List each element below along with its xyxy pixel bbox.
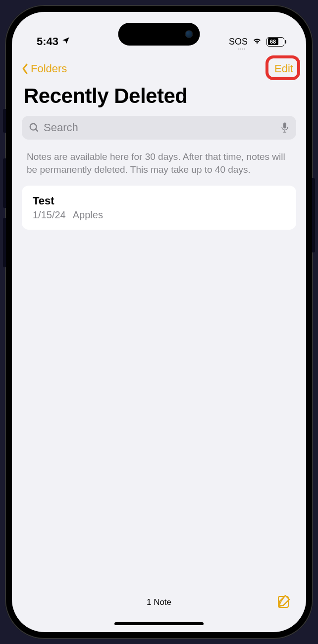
- note-date: 1/15/24: [33, 209, 66, 221]
- volume-up-button: [3, 158, 6, 208]
- home-indicator[interactable]: [114, 622, 204, 625]
- search-input[interactable]: [44, 121, 276, 134]
- svg-line-1: [36, 129, 38, 132]
- silent-switch: [3, 109, 6, 133]
- note-preview: Apples: [73, 209, 103, 221]
- time-label: 5:43: [37, 35, 58, 48]
- page-title: Recently Deleted: [12, 82, 306, 116]
- status-left: 5:43: [37, 35, 70, 48]
- back-label: Folders: [31, 62, 67, 75]
- mic-icon[interactable]: [280, 122, 289, 134]
- dynamic-island: [118, 23, 200, 46]
- svg-point-0: [30, 124, 37, 130]
- status-right: SOS 68: [229, 36, 286, 47]
- back-button[interactable]: Folders: [21, 62, 67, 75]
- sos-dots: ••••: [238, 47, 246, 51]
- location-icon: [61, 36, 70, 48]
- volume-down-button: [3, 218, 6, 267]
- bottom-bar: 1 Note: [12, 583, 306, 622]
- chevron-left-icon: [21, 63, 29, 75]
- note-title: Test: [33, 195, 285, 207]
- search-icon: [29, 122, 40, 133]
- compose-icon: [276, 594, 292, 609]
- edit-button[interactable]: Edit: [271, 60, 296, 77]
- nav-bar: Folders Edit: [12, 56, 306, 82]
- note-count: 1 Note: [147, 597, 171, 607]
- front-camera: [185, 30, 193, 38]
- power-button: [312, 178, 315, 252]
- sos-indicator: SOS: [229, 37, 248, 47]
- info-text: Notes are available here for 30 days. Af…: [12, 140, 306, 186]
- battery-indicator: 68: [266, 37, 286, 47]
- device-frame: 5:43 SOS 68 ••••: [5, 5, 313, 639]
- wifi-icon: [252, 36, 263, 47]
- battery-percentage: 68: [270, 39, 276, 45]
- search-bar[interactable]: [22, 116, 296, 140]
- note-item[interactable]: Test 1/15/24 Apples: [22, 186, 296, 230]
- svg-rect-2: [283, 123, 286, 129]
- screen: 5:43 SOS 68 ••••: [12, 12, 306, 632]
- compose-button[interactable]: [276, 594, 292, 611]
- note-meta: 1/15/24 Apples: [33, 209, 285, 221]
